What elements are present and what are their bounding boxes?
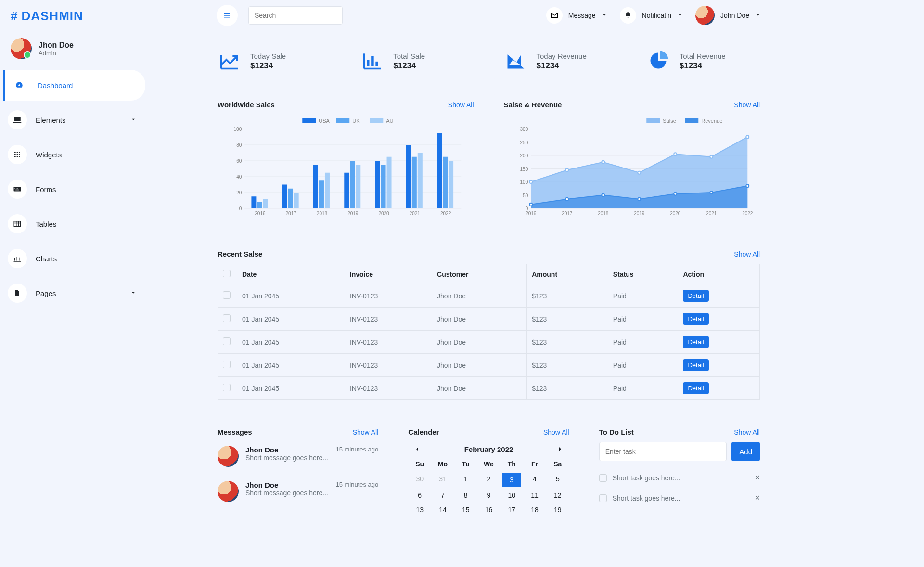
sidebar-item-elements[interactable]: Elements — [3, 104, 145, 135]
detail-button[interactable]: Detail — [683, 336, 708, 348]
calendar-day[interactable]: 5 — [546, 472, 569, 488]
message-item[interactable]: Jhon Doe 15 minutes ago Short message go… — [218, 442, 378, 474]
calendar-day[interactable]: 17 — [500, 503, 523, 517]
detail-button[interactable]: Detail — [683, 382, 708, 394]
svg-text:2019: 2019 — [347, 211, 359, 216]
show-all-link[interactable]: Show All — [448, 101, 474, 109]
svg-rect-49 — [344, 173, 349, 208]
cell-amount: $123 — [527, 331, 608, 354]
keyboard-icon — [8, 180, 27, 199]
sidebar-item-tables[interactable]: Tables — [3, 208, 145, 239]
panel-title: Messages — [218, 428, 252, 436]
todo-checkbox[interactable] — [599, 494, 607, 502]
messages-panel: Messages Show All Jhon Doe 15 minutes ag… — [208, 419, 388, 526]
detail-button[interactable]: Detail — [683, 359, 708, 371]
message-dropdown[interactable]: Message — [546, 7, 607, 24]
message-item[interactable]: Jhon Doe 15 minutes ago Short message go… — [218, 474, 378, 509]
row-checkbox[interactable] — [223, 291, 231, 299]
calendar-day[interactable]: 13 — [408, 503, 431, 517]
panel-title: To Do List — [599, 428, 634, 436]
detail-button[interactable]: Detail — [683, 290, 708, 302]
show-all-link[interactable]: Show All — [543, 428, 569, 436]
calendar-day[interactable]: 30 — [408, 472, 431, 488]
calendar-next[interactable] — [555, 444, 565, 454]
message-text: Short message goes here... — [245, 454, 378, 462]
col-amount: Amount — [527, 264, 608, 284]
calendar-day[interactable]: 11 — [523, 488, 546, 503]
calendar-day[interactable]: 7 — [431, 488, 454, 503]
row-checkbox[interactable] — [223, 337, 231, 345]
calendar-day[interactable]: 6 — [408, 488, 431, 503]
calendar-dow: Su — [408, 456, 431, 472]
sidebar-item-charts[interactable]: Charts — [3, 243, 145, 274]
show-all-link[interactable]: Show All — [353, 428, 379, 436]
sidebar-item-forms[interactable]: Forms — [3, 174, 145, 205]
svg-rect-38 — [257, 202, 262, 208]
cell-invoice: INV-0123 — [345, 354, 432, 377]
cell-amount: $123 — [527, 377, 608, 400]
search-input[interactable] — [248, 6, 343, 25]
notification-dropdown[interactable]: Notificatin — [620, 7, 683, 24]
select-all-checkbox[interactable] — [223, 270, 231, 277]
svg-rect-46 — [319, 180, 324, 208]
svg-rect-55 — [387, 157, 392, 208]
svg-text:Salse: Salse — [663, 118, 676, 124]
sidebar-item-dashboard[interactable]: Dashboard — [3, 70, 145, 101]
message-time: 15 minutes ago — [335, 481, 378, 489]
todo-add-button[interactable]: Add — [732, 442, 760, 461]
svg-text:50: 50 — [523, 193, 528, 198]
svg-rect-41 — [282, 185, 287, 209]
close-icon[interactable]: × — [755, 473, 760, 483]
todo-checkbox[interactable] — [599, 474, 607, 482]
todo-input[interactable] — [599, 442, 727, 461]
svg-text:80: 80 — [236, 142, 242, 148]
svg-text:2017: 2017 — [562, 211, 573, 216]
calendar-day[interactable]: 14 — [431, 503, 454, 517]
show-all-link[interactable]: Show All — [734, 250, 760, 258]
show-all-link[interactable]: Show All — [734, 428, 760, 436]
brand-logo[interactable]: # DASHMIN — [0, 0, 145, 32]
svg-text:2019: 2019 — [634, 211, 645, 216]
calendar-day[interactable]: 9 — [477, 488, 500, 503]
show-all-link[interactable]: Show All — [734, 101, 760, 109]
stats-row: Today Sale $1234 Total Sale $1234 Today … — [208, 41, 770, 81]
avatar — [218, 446, 239, 467]
svg-point-87 — [674, 153, 677, 155]
cell-customer: Jhon Doe — [432, 308, 527, 331]
row-checkbox[interactable] — [223, 384, 231, 391]
sidebar-item-label: Widgets — [36, 151, 62, 159]
calendar-day[interactable]: 8 — [454, 488, 477, 503]
avatar — [11, 38, 32, 59]
calendar-day[interactable]: 4 — [523, 472, 546, 488]
calendar-dow: Mo — [431, 456, 454, 472]
calendar-day[interactable]: 16 — [477, 503, 500, 517]
svg-text:2022: 2022 — [742, 211, 753, 216]
calendar-prev[interactable] — [412, 444, 423, 454]
calendar-day[interactable]: 2 — [477, 472, 500, 488]
svg-rect-0 — [14, 187, 21, 192]
calendar-day[interactable]: 19 — [546, 503, 569, 517]
chart-bar-icon — [361, 50, 383, 73]
user-dropdown[interactable]: John Doe — [695, 6, 761, 25]
svg-point-86 — [638, 171, 641, 174]
row-checkbox[interactable] — [223, 361, 231, 368]
calendar-day[interactable]: 18 — [523, 503, 546, 517]
sidebar-item-pages[interactable]: Pages — [3, 278, 145, 309]
hamburger-toggle[interactable] — [217, 5, 238, 26]
calendar-day[interactable]: 31 — [431, 472, 454, 488]
calendar-day[interactable]: 10 — [500, 488, 523, 503]
calendar-day[interactable]: 15 — [454, 503, 477, 517]
svg-text:2017: 2017 — [286, 211, 297, 216]
sidebar-item-widgets[interactable]: Widgets — [3, 139, 145, 170]
svg-rect-3 — [17, 188, 18, 189]
calendar-day[interactable]: 12 — [546, 488, 569, 503]
col-action: Action — [678, 264, 760, 284]
close-icon[interactable]: × — [755, 493, 760, 503]
worldwide-sales-panel: Worldwide Sales Show All USAUKAU02040608… — [208, 92, 484, 231]
calendar-day[interactable]: 3 — [502, 473, 521, 487]
calendar-day[interactable]: 1 — [454, 472, 477, 488]
chart-line-icon — [218, 50, 240, 73]
chevron-down-icon — [130, 289, 137, 297]
detail-button[interactable]: Detail — [683, 313, 708, 325]
row-checkbox[interactable] — [223, 314, 231, 322]
